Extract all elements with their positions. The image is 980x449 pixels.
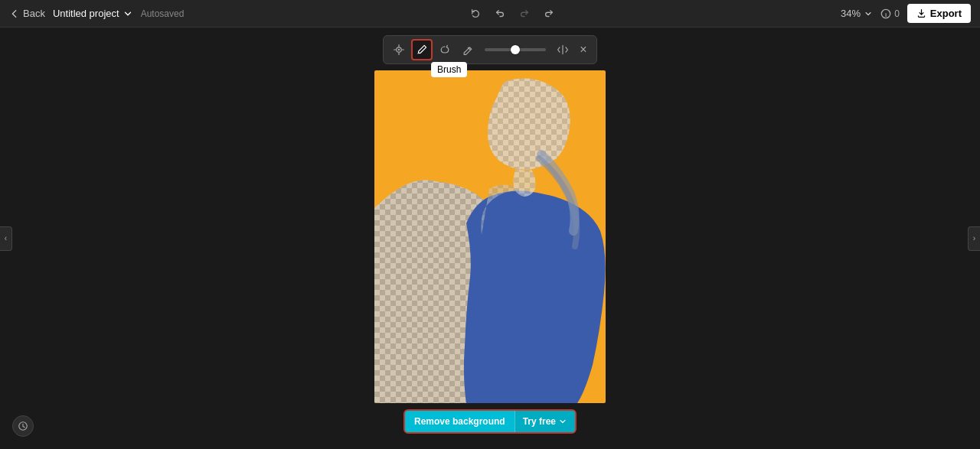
header-left: Back Untitled project Autosaved — [9, 8, 184, 19]
try-free-label: Try free — [523, 416, 556, 427]
flip-icon — [557, 44, 569, 56]
zoom-control[interactable]: 34% — [841, 8, 873, 19]
back-button[interactable]: Back — [9, 8, 45, 19]
try-free-chevron-icon — [558, 417, 567, 426]
project-name-dropdown[interactable]: Untitled project — [53, 8, 133, 19]
smart-select-icon — [393, 44, 405, 56]
left-panel-toggle[interactable]: ‹ — [0, 226, 12, 251]
eraser-icon — [462, 44, 474, 56]
right-panel-toggle[interactable]: › — [968, 226, 980, 251]
chevron-left-icon — [9, 8, 20, 19]
left-toggle-icon: ‹ — [5, 234, 7, 242]
remove-background-button[interactable]: Remove background — [405, 411, 514, 432]
header-center — [466, 5, 558, 23]
smart-select-button[interactable] — [388, 39, 410, 60]
brush-button[interactable]: Brush — [411, 39, 433, 60]
flip-button[interactable] — [552, 39, 573, 60]
back-label: Back — [23, 8, 45, 19]
undo-button[interactable] — [491, 5, 509, 23]
lasso-icon — [439, 44, 451, 56]
main-area: ‹ Brush — [0, 28, 980, 449]
history-button[interactable] — [12, 415, 34, 437]
info-icon: i — [880, 8, 891, 19]
export-label: Export — [930, 8, 962, 19]
info-badge: i 0 — [880, 8, 900, 19]
remove-bg-label: Remove background — [414, 416, 505, 427]
redo-button[interactable] — [540, 5, 558, 23]
redo-icon — [544, 8, 554, 19]
brush-icon — [416, 44, 428, 56]
header-right: 34% i 0 Export — [841, 4, 971, 23]
zoom-chevron-icon — [864, 9, 873, 18]
redo-inactive-icon — [519, 8, 530, 19]
try-free-button[interactable]: Try free — [514, 411, 575, 432]
restore-button[interactable] — [466, 5, 485, 23]
info-count: 0 — [894, 8, 900, 19]
canvas-container: Brush — [0, 28, 980, 449]
history-icon — [18, 421, 28, 431]
image-canvas[interactable] — [374, 70, 606, 403]
lasso-button[interactable] — [434, 39, 456, 60]
redo-inactive-button[interactable] — [515, 5, 534, 23]
editing-toolbar: Brush — [383, 35, 597, 64]
undo-icon — [495, 8, 505, 19]
project-title: Untitled project — [53, 8, 119, 19]
right-toggle-icon: › — [973, 234, 975, 242]
eraser-button[interactable] — [457, 39, 479, 60]
restore-icon — [470, 8, 481, 19]
autosaved-label: Autosaved — [141, 8, 185, 19]
svg-point-3 — [398, 49, 400, 50]
svg-text:i: i — [885, 11, 887, 18]
dropdown-chevron-icon — [122, 8, 133, 19]
brush-size-slider[interactable] — [485, 48, 546, 51]
close-icon: × — [580, 43, 586, 57]
person-silhouette — [374, 70, 606, 403]
bottom-action-bar: Remove background Try free — [403, 409, 577, 434]
header: Back Untitled project Autosaved 34% i 0 — [0, 0, 980, 28]
zoom-value: 34% — [841, 8, 861, 19]
toolbar-close-button[interactable]: × — [575, 41, 592, 58]
export-icon — [916, 8, 926, 18]
export-button[interactable]: Export — [907, 4, 971, 23]
